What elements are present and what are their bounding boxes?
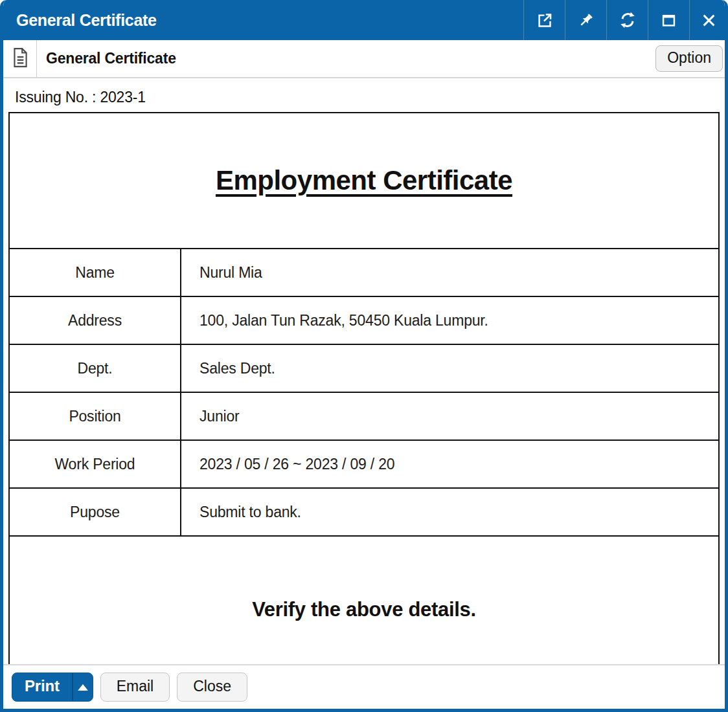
maximize-button[interactable] — [648, 0, 689, 40]
email-button[interactable]: Email — [100, 673, 170, 702]
certificate-title-cell: Employment Certificate — [10, 113, 718, 249]
row-value-position: Junior — [181, 393, 718, 439]
row-value-dept: Sales Dept. — [181, 345, 718, 392]
maximize-icon — [660, 12, 677, 29]
toolbar: General Certificate Option — [3, 40, 725, 78]
certificate-title: Employment Certificate — [216, 165, 512, 196]
certificate-footer-cell: Verify the above details. — [10, 537, 718, 664]
row-value-work-period: 2023 / 05 / 26 ~ 2023 / 09 / 20 — [181, 441, 718, 487]
print-button[interactable]: Print — [12, 673, 72, 701]
open-in-new-window-icon — [536, 12, 553, 29]
table-row: Pupose Submit to bank. — [10, 489, 718, 537]
row-label-dept: Dept. — [10, 345, 181, 392]
table-row: Dept. Sales Dept. — [10, 345, 718, 393]
window-title: General Certificate — [16, 11, 157, 30]
option-button[interactable]: Option — [655, 45, 723, 72]
row-value-address: 100, Jalan Tun Razak, 50450 Kuala Lumpur… — [181, 297, 718, 344]
footer-bar: Print Email Close — [3, 664, 725, 709]
row-label-name: Name — [10, 249, 181, 296]
close-dialog-button[interactable]: Close — [177, 673, 247, 702]
issuing-no-label: Issuing No. : 2023-1 — [15, 89, 720, 106]
pin-icon — [577, 12, 595, 29]
table-row: Position Junior — [10, 393, 718, 441]
row-label-work-period: Work Period — [10, 441, 181, 487]
general-certificate-window: General Certificate — [0, 0, 728, 712]
page-title: General Certificate — [46, 50, 176, 67]
open-in-new-window-button[interactable] — [523, 0, 565, 40]
print-split-button: Print — [12, 673, 93, 702]
certificate-table: Employment Certificate Name Nurul Mia Ad… — [8, 112, 720, 664]
table-row: Address 100, Jalan Tun Razak, 50450 Kual… — [10, 297, 718, 345]
certificate-content: Issuing No. : 2023-1 Employment Certific… — [3, 78, 725, 664]
document-icon — [12, 47, 28, 71]
close-icon — [700, 12, 718, 29]
verify-note: Verify the above details. — [252, 598, 476, 621]
refresh-button[interactable] — [606, 0, 648, 40]
table-row: Work Period 2023 / 05 / 26 ~ 2023 / 09 /… — [10, 441, 718, 489]
refresh-icon — [619, 11, 637, 29]
row-value-name: Nurul Mia — [181, 249, 718, 296]
row-value-purpose: Submit to bank. — [181, 489, 718, 535]
row-label-position: Position — [10, 393, 181, 439]
pin-button[interactable] — [565, 0, 606, 40]
row-label-address: Address — [10, 297, 181, 344]
document-icon-wrap — [3, 40, 37, 77]
close-button[interactable] — [689, 0, 728, 40]
row-label-purpose: Pupose — [10, 489, 181, 535]
print-dropdown-button[interactable] — [72, 673, 93, 701]
table-row: Name Nurul Mia — [10, 249, 718, 297]
titlebar-actions — [523, 0, 728, 40]
window-titlebar: General Certificate — [0, 0, 728, 40]
caret-up-icon — [78, 684, 88, 691]
